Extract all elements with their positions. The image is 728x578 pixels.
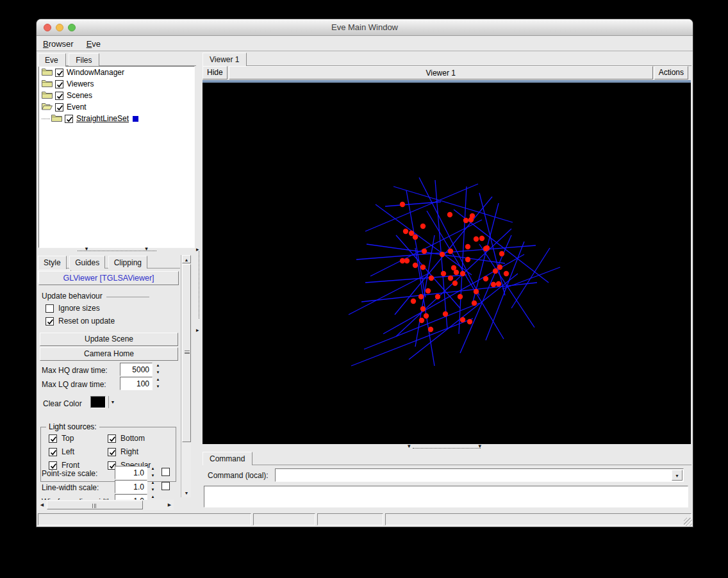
tree-item-viewers[interactable]: Viewers	[39, 78, 194, 90]
tab-viewer-1[interactable]: Viewer 1	[203, 53, 247, 66]
checkbox[interactable]	[49, 434, 57, 443]
scale-checkbox[interactable]	[161, 482, 170, 490]
style-panel-vscrollbar[interactable]: ▲ ▼	[181, 255, 191, 497]
tab-clipping[interactable]: Clipping	[108, 256, 147, 268]
light-bottom-row[interactable]: Bottom	[108, 434, 172, 443]
command-input[interactable]	[276, 470, 670, 481]
splitter-vertical[interactable]: ▸ ▸	[196, 53, 203, 511]
scroll-left-icon[interactable]: ◀	[38, 500, 46, 509]
checkbox[interactable]	[46, 317, 54, 326]
checkbox[interactable]	[108, 434, 116, 443]
scale-label: Line-width scale:	[42, 483, 99, 492]
camera-home-button[interactable]: Camera Home	[40, 347, 178, 361]
tree-item-straightlineset[interactable]: StraightLineSet	[39, 113, 194, 124]
window-title: Eve Main Window	[37, 22, 693, 32]
scale-checkbox[interactable]	[161, 468, 170, 476]
titlebar: Eve Main Window	[37, 19, 693, 36]
spin-up-icon[interactable]: ▲	[149, 480, 157, 487]
scale-label: Point-size scale:	[42, 469, 97, 478]
checkbox-label: Ignore sizes	[58, 304, 100, 313]
straight-line-set-scene	[203, 83, 691, 444]
tree-item-label: Viewers	[67, 79, 94, 88]
checkbox-label: Top	[62, 434, 74, 443]
light-right-row[interactable]: Right	[108, 447, 172, 456]
statusbar	[37, 513, 693, 526]
max-hq-spinner[interactable]: 5000 ▲▼	[120, 363, 162, 376]
checkbox-label: Front	[62, 461, 79, 470]
tree-item-windowmanager[interactable]: WindowManager	[39, 67, 194, 78]
style-tabbar: Style Guides Clipping Extras	[38, 255, 180, 268]
tree-item-event[interactable]: Event	[39, 101, 194, 113]
update-scene-button[interactable]: Update Scene	[40, 333, 178, 346]
splitter-left-horizontal[interactable]: ▾▾	[38, 248, 195, 254]
scroll-right-icon[interactable]: ▶	[165, 500, 174, 509]
checkbox[interactable]	[46, 304, 54, 313]
reset-on-update-checkbox-row[interactable]: Reset on update	[46, 317, 115, 326]
glviewer-header-button[interactable]: GLViewer [TGLSAViewer]	[38, 271, 179, 285]
light-sources-label: Light sources:	[46, 422, 99, 431]
hide-button[interactable]: Hide	[203, 66, 228, 79]
viewer-tabbar: Viewer 1	[203, 53, 691, 66]
viewer-header: Hide Viewer 1 Actions	[203, 66, 688, 79]
ignore-sizes-checkbox-row[interactable]: Ignore sizes	[46, 304, 100, 313]
spin-down-icon[interactable]: ▼	[149, 473, 157, 480]
scroll-up-icon[interactable]: ▲	[182, 255, 191, 263]
spinner-arrows[interactable]: ▲▼	[149, 466, 157, 479]
tab-style[interactable]: Style	[38, 256, 67, 269]
spinner-value: 1.0	[115, 466, 147, 479]
command-tabbar: Command	[203, 452, 691, 465]
tab-command[interactable]: Command	[203, 452, 252, 465]
scale-spinner[interactable]: 1.0▲▼	[115, 480, 157, 493]
light-left-row[interactable]: Left	[49, 447, 108, 456]
max-hq-label: Max HQ draw time:	[42, 366, 108, 375]
folder-icon	[51, 113, 62, 124]
tree-item-checkbox[interactable]	[55, 80, 63, 88]
statusbar-segment-1	[38, 513, 251, 525]
tree-item-checkbox[interactable]	[55, 92, 63, 100]
gl-viewport[interactable]	[203, 83, 691, 444]
scale-spinner[interactable]: 1.0▲▼	[115, 466, 157, 479]
tree-item-checkbox[interactable]	[55, 103, 63, 111]
spinner-value: 1.0	[115, 480, 147, 493]
tab-files[interactable]: Files	[69, 53, 99, 66]
vscrollbar-thumb[interactable]	[182, 264, 191, 442]
statusbar-segment-3	[317, 513, 383, 525]
folder-icon	[42, 90, 53, 101]
tree-connector	[42, 119, 50, 119]
checkbox[interactable]	[49, 461, 57, 470]
spin-up-icon[interactable]: ▲	[149, 466, 157, 473]
menu-eve[interactable]: Eve	[80, 38, 107, 50]
tree-item-checkbox[interactable]	[55, 69, 63, 77]
spin-up-icon[interactable]: ▲	[154, 363, 162, 370]
light-top-row[interactable]: Top	[49, 434, 108, 443]
spin-down-icon[interactable]: ▼	[149, 487, 157, 494]
actions-button[interactable]: Actions	[654, 66, 688, 79]
scroll-down-icon[interactable]: ▼	[182, 489, 191, 497]
max-lq-spinner[interactable]: 100 ▲▼	[120, 377, 162, 390]
checkbox[interactable]	[108, 448, 116, 456]
scene-tree: WindowManagerViewersScenesEventStraightL…	[38, 66, 195, 248]
light-front-row[interactable]: Front	[49, 461, 108, 470]
tree-item-checkbox[interactable]	[65, 115, 73, 123]
spinner-arrows[interactable]: ▲▼	[149, 480, 157, 493]
menu-browser[interactable]: Browser	[37, 38, 80, 50]
resize-grip[interactable]	[684, 518, 692, 526]
command-output[interactable]	[204, 486, 688, 508]
clear-color-dropdown-arrow[interactable]: ▼	[108, 396, 117, 408]
tab-eve[interactable]: Eve	[38, 53, 66, 67]
spin-down-icon[interactable]: ▼	[154, 384, 162, 391]
combo-dropdown-icon[interactable]: ▼	[672, 470, 682, 481]
statusbar-segment-2	[253, 513, 315, 525]
hscrollbar-thumb[interactable]	[47, 500, 143, 509]
command-combobox[interactable]: ▼	[275, 468, 684, 482]
clear-color-swatch[interactable]	[90, 396, 106, 408]
tree-item-scenes[interactable]: Scenes	[39, 90, 194, 101]
splitter-bottom-horizontal[interactable]: ▾▾	[203, 445, 691, 451]
spin-down-icon[interactable]: ▼	[154, 370, 162, 377]
tab-guides[interactable]: Guides	[69, 256, 105, 268]
spin-up-icon[interactable]: ▲	[154, 377, 162, 384]
checkbox-label: Left	[62, 447, 74, 456]
style-panel-hscrollbar[interactable]: ◀ ▶	[38, 500, 174, 510]
checkbox-label: Bottom	[120, 434, 145, 443]
checkbox[interactable]	[49, 448, 57, 456]
